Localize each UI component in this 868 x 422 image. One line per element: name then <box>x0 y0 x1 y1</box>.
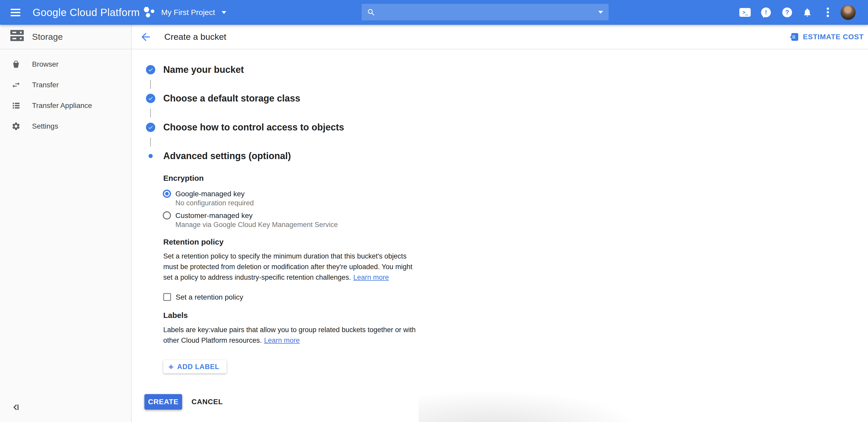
product-logo: Google Cloud Platform <box>33 6 140 19</box>
create-button[interactable]: CREATE <box>145 394 182 410</box>
sidebar-product-title: Storage <box>32 25 63 49</box>
radio-description: No configuration required <box>176 199 254 207</box>
sidebar-item-label: Browser <box>32 54 59 75</box>
avatar[interactable] <box>841 5 856 20</box>
cloud-shell-button[interactable]: >_ <box>739 8 751 17</box>
add-label-button[interactable]: + ADD LABEL <box>163 360 226 374</box>
encryption-title: Encryption <box>163 173 204 183</box>
radio-unselected-icon[interactable] <box>163 211 171 220</box>
labels-learn-more-link[interactable]: Learn more <box>264 336 300 344</box>
sidebar-item-transfer-appliance[interactable]: Transfer Appliance <box>0 95 131 116</box>
help-button[interactable]: ? <box>782 7 792 17</box>
retention-description: Set a retention policy to specify the mi… <box>163 251 412 283</box>
feedback-button[interactable]: ! <box>761 7 771 17</box>
retention-line-1: Set a retention policy to specify the mi… <box>163 251 412 262</box>
sidebar-item-settings[interactable]: Settings <box>0 116 131 137</box>
step-1-check-icon <box>146 65 155 74</box>
retention-title: Retention policy <box>163 237 223 247</box>
top-app-bar: Google Cloud Platform My First Project >… <box>0 0 868 25</box>
labels-description: Labels are key:value pairs that allow yo… <box>163 325 416 346</box>
step-access-control[interactable]: Choose how to control access to objects <box>163 122 344 133</box>
radio-google-managed-key[interactable]: Google-managed key No configuration requ… <box>163 190 421 208</box>
add-label-text: ADD LABEL <box>177 363 219 371</box>
labels-line-2: other Cloud Platform resources. <box>163 336 262 344</box>
checkbox-label: Set a retention policy <box>176 293 243 302</box>
step-connector <box>150 80 151 89</box>
retention-learn-more-link[interactable]: Learn more <box>353 273 389 281</box>
step-4-dot-icon <box>149 154 153 158</box>
estimate-cost-label: ESTIMATE COST <box>803 33 864 41</box>
sidebar-item-label: Transfer <box>32 75 59 95</box>
step-connector <box>150 138 151 147</box>
estimate-cost-icon <box>789 32 799 41</box>
notifications-button[interactable] <box>802 7 812 17</box>
bucket-icon <box>11 60 21 69</box>
radio-description: Manage via Google Cloud Key Management S… <box>176 221 338 229</box>
question-icon: ? <box>785 9 789 16</box>
step-3-check-icon <box>146 123 155 132</box>
project-name: My First Project <box>161 8 215 17</box>
header-divider <box>0 49 868 49</box>
terminal-icon: >_ <box>743 9 748 15</box>
estimate-cost-button[interactable]: ESTIMATE COST <box>789 25 864 49</box>
gcp-console: Google Cloud Platform My First Project >… <box>0 0 868 422</box>
hamburger-icon <box>8 6 23 19</box>
radio-label: Customer-managed key <box>176 211 253 220</box>
caret-down-icon <box>222 11 226 14</box>
step-storage-class[interactable]: Choose a default storage class <box>163 93 300 104</box>
step-2-check-icon <box>146 94 155 103</box>
sidebar-item-label: Transfer Appliance <box>32 95 92 116</box>
radio-customer-managed-key[interactable]: Customer-managed key Manage via Google C… <box>163 211 421 230</box>
step-advanced-settings[interactable]: Advanced settings (optional) <box>163 150 291 162</box>
collapse-sidebar-button[interactable] <box>10 401 22 413</box>
sidebar-item-transfer[interactable]: Transfer <box>0 75 131 95</box>
cancel-button[interactable]: CANCEL <box>189 394 225 410</box>
swap-arrows-icon <box>11 80 21 90</box>
project-icon <box>144 6 156 18</box>
page-title: Create a bucket <box>164 25 226 49</box>
search-dropdown-icon[interactable] <box>598 11 603 14</box>
back-button[interactable] <box>140 31 152 43</box>
search-icon <box>367 8 376 17</box>
sidebar-item-label: Settings <box>32 116 58 137</box>
radio-label: Google-managed key <box>176 190 245 198</box>
step-connector <box>150 109 151 118</box>
search-input[interactable] <box>362 4 609 21</box>
sidebar-item-browser[interactable]: Browser <box>0 54 131 75</box>
storage-product-icon <box>10 30 24 41</box>
checkbox-icon[interactable] <box>163 293 171 301</box>
retention-line-2: must be protected from deletion or modif… <box>163 262 412 272</box>
more-options-button[interactable] <box>826 7 829 18</box>
project-switcher[interactable]: My First Project <box>144 5 226 20</box>
step-name-your-bucket[interactable]: Name your bucket <box>163 64 244 75</box>
radio-selected-icon[interactable] <box>163 190 171 198</box>
gear-icon <box>11 122 21 131</box>
labels-line-1: Labels are key:value pairs that allow yo… <box>163 325 416 335</box>
labels-title: Labels <box>163 311 188 320</box>
content-bottom-shadow <box>418 380 641 422</box>
arrow-left-icon <box>140 31 152 43</box>
plus-icon: + <box>168 360 174 373</box>
menu-button[interactable] <box>8 6 23 19</box>
bell-icon <box>802 7 812 17</box>
appliance-list-icon <box>11 101 21 110</box>
chevron-left-bar-icon <box>10 401 22 413</box>
retention-line-3: set a policy to address industry-specifi… <box>163 273 351 281</box>
